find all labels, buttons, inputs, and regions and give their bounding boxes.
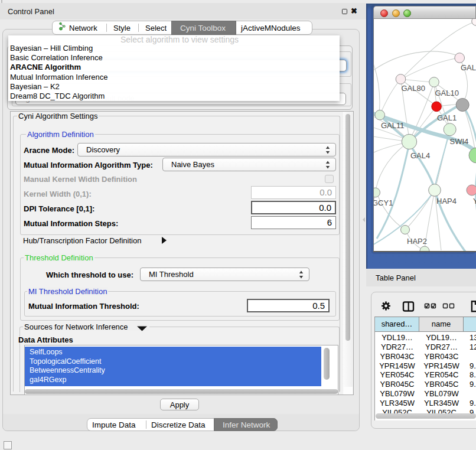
svg-text:GAL1: GAL1: [437, 113, 457, 122]
svg-text:GAL7: GAL7: [461, 63, 476, 72]
svg-text:GAL80: GAL80: [402, 84, 425, 93]
svg-text:HAP4: HAP4: [436, 197, 457, 206]
svg-text:HAP2: HAP2: [407, 237, 427, 246]
svg-text:GAL4: GAL4: [410, 151, 430, 160]
svg-text:GAL10: GAL10: [435, 89, 459, 97]
svg-text:GAL11: GAL11: [381, 121, 405, 130]
svg-text:Y: Y: [473, 197, 476, 206]
svg-text:SWI4: SWI4: [450, 137, 469, 146]
svg-text:GCY1: GCY1: [374, 198, 393, 207]
